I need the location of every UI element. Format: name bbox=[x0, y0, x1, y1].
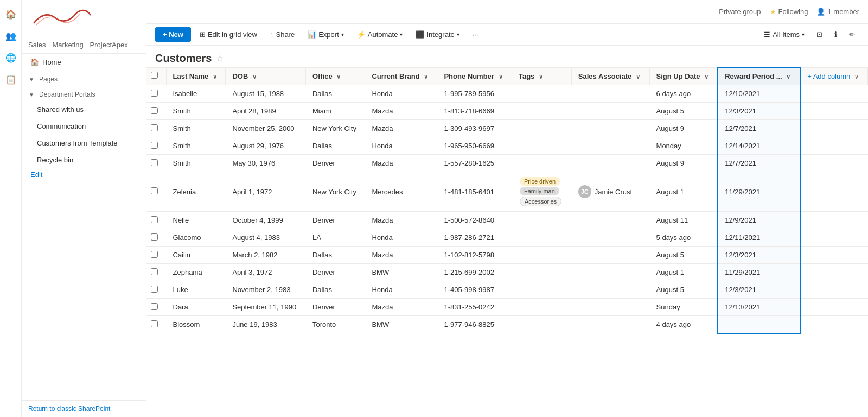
sidebar-item-customers-template[interactable]: Customers from Template bbox=[22, 135, 146, 151]
associate-name: Jamie Crust bbox=[595, 188, 632, 196]
table-row[interactable]: SmithApril 28, 1989MiamiMazda1-813-718-6… bbox=[146, 103, 868, 120]
col-current-brand[interactable]: Current Brand ∨ bbox=[365, 67, 437, 85]
table-row[interactable]: ZephaniaApril 3, 1972DenverBMW1-215-699-… bbox=[146, 264, 868, 281]
select-all-checkbox[interactable] bbox=[151, 72, 158, 79]
row-checkbox[interactable] bbox=[151, 251, 158, 258]
following-btn[interactable]: ★ Following bbox=[770, 8, 808, 16]
cell-office: Denver bbox=[305, 212, 365, 229]
sidebar-item-home[interactable]: 🏠 Home bbox=[22, 54, 146, 71]
row-checkbox-cell[interactable] bbox=[146, 264, 166, 281]
main-content: Private group ★ Following 👤 1 member + N… bbox=[146, 0, 868, 417]
toolbar: + New ⊞ Edit in grid view ↑ Share 📊 Expo… bbox=[146, 24, 868, 46]
all-items-button[interactable]: ☰ All Items ▾ bbox=[760, 28, 809, 41]
edit-button[interactable]: ✏ bbox=[845, 28, 859, 41]
table-row[interactable]: SmithNovember 25, 2000New York CityMazda… bbox=[146, 120, 868, 137]
row-checkbox[interactable] bbox=[151, 320, 158, 327]
row-checkbox-cell[interactable] bbox=[146, 299, 166, 316]
row-checkbox[interactable] bbox=[151, 107, 158, 114]
col-sales-associate[interactable]: Sales Associate ∨ bbox=[571, 67, 649, 85]
row-checkbox-cell[interactable] bbox=[146, 85, 166, 103]
table-row[interactable]: DaraSeptember 11, 1990DenverMazda1-831-2… bbox=[146, 299, 868, 316]
nav-marketing[interactable]: Marketing bbox=[53, 41, 84, 49]
edit-grid-button[interactable]: ⊞ Edit in grid view bbox=[195, 28, 261, 41]
table-row[interactable]: ZeleniaApril 1, 1972New York CityMercede… bbox=[146, 172, 868, 212]
share-button[interactable]: ↑ Share bbox=[266, 28, 299, 41]
favorite-star-icon[interactable]: ☆ bbox=[216, 53, 224, 64]
row-checkbox[interactable] bbox=[151, 216, 158, 223]
sidebar-section-dept[interactable]: ▼ Department Portals bbox=[22, 86, 146, 101]
nav-home-icon[interactable]: 🏠 bbox=[1, 4, 21, 24]
sidebar-item-shared[interactable]: Shared with us bbox=[22, 101, 146, 118]
row-checkbox-cell[interactable] bbox=[146, 172, 166, 212]
col-last-name[interactable]: Last Name ∨ bbox=[166, 67, 226, 85]
col-dob[interactable]: DOB ∨ bbox=[226, 67, 306, 85]
export-button[interactable]: 📊 Export ▾ bbox=[303, 28, 348, 41]
row-checkbox-cell[interactable] bbox=[146, 247, 166, 264]
row-checkbox-cell[interactable] bbox=[146, 316, 166, 333]
more-button[interactable]: ··· bbox=[468, 28, 483, 41]
cell-current-brand: Mazda bbox=[365, 155, 437, 172]
cell-reward-period bbox=[718, 316, 800, 333]
row-checkbox[interactable] bbox=[151, 142, 158, 149]
nav-sales[interactable]: Sales bbox=[28, 41, 46, 49]
sidebar-edit[interactable]: Edit bbox=[22, 168, 146, 181]
cell-add-column bbox=[800, 85, 867, 103]
row-checkbox[interactable] bbox=[151, 286, 158, 293]
info-button[interactable]: ℹ bbox=[830, 28, 841, 41]
nav-globe-icon[interactable]: 🌐 bbox=[1, 48, 21, 67]
nav-note-icon[interactable]: 📋 bbox=[1, 70, 21, 89]
row-checkbox[interactable] bbox=[151, 90, 158, 97]
add-column-btn[interactable]: + Add column ∨ bbox=[800, 67, 867, 85]
table-row[interactable]: CailinMarch 2, 1982DallasMazda1-102-812-… bbox=[146, 247, 868, 264]
new-button[interactable]: + New bbox=[155, 27, 191, 42]
col-current-brand-label: Current Brand bbox=[372, 72, 419, 80]
cell-tags bbox=[512, 247, 571, 264]
cell-last-name: Blossom bbox=[166, 316, 226, 333]
sidebar-footer[interactable]: Return to classic SharePoint bbox=[22, 400, 146, 417]
cell-phone-number: 1-557-280-1625 bbox=[437, 155, 512, 172]
avatar: JC bbox=[578, 185, 591, 198]
row-checkbox[interactable] bbox=[151, 268, 158, 275]
row-checkbox[interactable] bbox=[151, 159, 158, 166]
col-sign-up-date[interactable]: Sign Up Date ∨ bbox=[649, 67, 718, 85]
row-checkbox-cell[interactable] bbox=[146, 103, 166, 120]
table-row[interactable]: IsabelleAugust 15, 1988DallasHonda1-995-… bbox=[146, 85, 868, 103]
row-checkbox[interactable] bbox=[151, 303, 158, 310]
table-row[interactable]: SmithMay 30, 1976DenverMazda1-557-280-16… bbox=[146, 155, 868, 172]
edit-grid-label: Edit in grid view bbox=[208, 30, 257, 39]
nav-projectapex[interactable]: ProjectApex bbox=[90, 41, 128, 49]
checkbox-header[interactable] bbox=[146, 67, 166, 85]
integrate-button[interactable]: ⬛ Integrate ▾ bbox=[411, 28, 463, 41]
filter-button[interactable]: ⊡ bbox=[812, 28, 827, 41]
office-sort-icon: ∨ bbox=[336, 73, 341, 80]
table-row[interactable]: LukeNovember 2, 1983DallasHonda1-405-998… bbox=[146, 281, 868, 299]
sidebar-item-recycle[interactable]: Recycle bin bbox=[22, 151, 146, 168]
row-checkbox-cell[interactable] bbox=[146, 229, 166, 247]
col-sales-associate-label: Sales Associate bbox=[578, 72, 632, 80]
table-row[interactable]: BlossomJune 19, 1983TorontoBMW1-977-946-… bbox=[146, 316, 868, 333]
nav-people-icon[interactable]: 👥 bbox=[1, 26, 21, 46]
row-checkbox-cell[interactable] bbox=[146, 120, 166, 137]
members-btn[interactable]: 👤 1 member bbox=[816, 8, 859, 16]
row-checkbox-cell[interactable] bbox=[146, 137, 166, 155]
cell-sales-associate bbox=[571, 137, 649, 155]
col-phone-number[interactable]: Phone Number ∨ bbox=[437, 67, 512, 85]
col-reward-period[interactable]: Reward Period ... ∨ bbox=[718, 67, 800, 85]
sidebar-section-pages[interactable]: ▼ Pages bbox=[22, 71, 146, 86]
col-tags[interactable]: Tags ∨ bbox=[512, 67, 571, 85]
row-checkbox-cell[interactable] bbox=[146, 281, 166, 299]
row-checkbox[interactable] bbox=[151, 124, 158, 131]
table-row[interactable]: NelleOctober 4, 1999DenverMazda1-500-572… bbox=[146, 212, 868, 229]
cell-current-brand: Mazda bbox=[365, 120, 437, 137]
row-checkbox-cell[interactable] bbox=[146, 155, 166, 172]
row-checkbox-cell[interactable] bbox=[146, 212, 166, 229]
sidebar-item-communication[interactable]: Communication bbox=[22, 118, 146, 135]
table-row[interactable]: SmithAugust 29, 1976DallasHonda1-965-950… bbox=[146, 137, 868, 155]
col-office[interactable]: Office ∨ bbox=[305, 67, 365, 85]
row-checkbox[interactable] bbox=[151, 187, 158, 194]
table-row[interactable]: GiacomoAugust 4, 1983LAHonda1-987-286-27… bbox=[146, 229, 868, 247]
cell-tags bbox=[512, 85, 571, 103]
row-checkbox[interactable] bbox=[151, 233, 158, 241]
automate-button[interactable]: ⚡ Automate ▾ bbox=[353, 28, 407, 41]
cell-sign-up-date: 4 days ago bbox=[649, 316, 718, 333]
